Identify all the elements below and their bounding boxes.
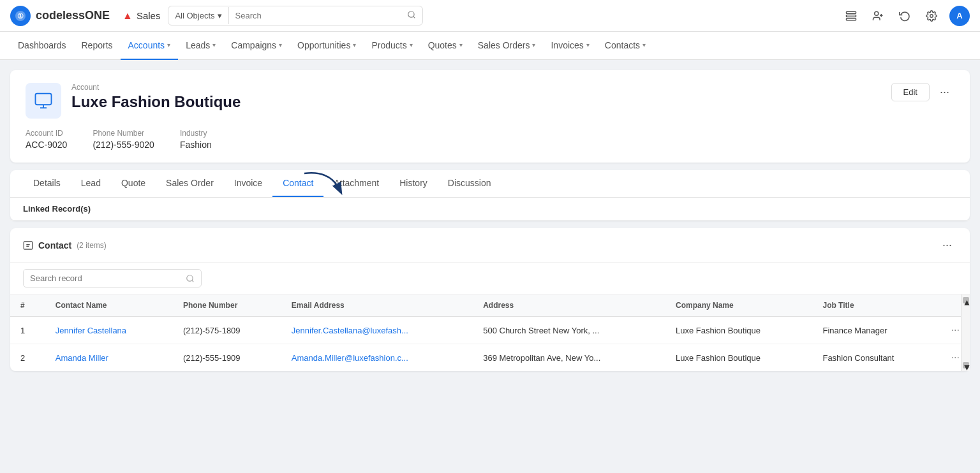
nav-invoices[interactable]: Invoices ▾ xyxy=(543,32,597,60)
table-row: 2 Amanda Miller (212)-555-1909 Amanda.Mi… xyxy=(10,344,970,372)
edit-button[interactable]: Edit xyxy=(891,83,930,101)
nav-invoices-label: Invoices xyxy=(551,40,583,50)
field-phone-value: (212)-555-9020 xyxy=(93,140,154,150)
settings-icon[interactable] xyxy=(923,7,940,25)
tab-sales-order[interactable]: Sales Order xyxy=(156,170,224,197)
nav-leads-label: Leads xyxy=(186,40,210,50)
nav-accounts[interactable]: Accounts ▾ xyxy=(121,32,179,60)
table-row: 1 Jennifer Castellana (212)-575-1809 Jen… xyxy=(10,317,970,344)
tab-attachment[interactable]: Attachment xyxy=(323,170,389,197)
row1-more-icon[interactable]: ··· xyxy=(951,324,960,335)
search-icon xyxy=(401,6,422,25)
svg-line-18 xyxy=(192,280,194,282)
nav-contacts[interactable]: Contacts ▾ xyxy=(597,32,653,60)
logo: ① codelessONE xyxy=(10,6,110,26)
account-header: Account Luxe Fashion Boutique xyxy=(26,83,954,119)
search-input[interactable] xyxy=(229,7,401,24)
field-account-id-label: Account ID xyxy=(26,129,67,138)
field-account-id: Account ID ACC-9020 xyxy=(26,129,67,150)
tab-details[interactable]: Details xyxy=(23,170,71,197)
row1-address: 500 Church Street New York, ... xyxy=(473,317,665,344)
nav-products[interactable]: Products ▾ xyxy=(364,32,420,60)
svg-point-7 xyxy=(875,11,879,15)
search-record-icon xyxy=(186,274,195,283)
nav-quotes-label: Quotes xyxy=(428,40,457,50)
app-title: Sales xyxy=(137,10,161,21)
row2-job-title: Fashion Consultant xyxy=(812,344,940,372)
field-industry-value: Fashion xyxy=(180,140,212,150)
nav-quotes-caret: ▾ xyxy=(459,41,463,48)
svg-rect-14 xyxy=(24,242,32,249)
layers-icon[interactable] xyxy=(842,7,860,25)
nav-contacts-label: Contacts xyxy=(605,40,640,50)
row2-name-link[interactable]: Amanda Miller xyxy=(56,353,108,363)
svg-rect-5 xyxy=(847,15,856,17)
search-record-wrap xyxy=(10,263,970,295)
account-info: Account Luxe Fashion Boutique xyxy=(71,83,241,111)
row1-name-link[interactable]: Jennifer Castellana xyxy=(56,326,126,335)
col-contact-name: Contact Name xyxy=(45,295,173,317)
nav-campaigns-caret: ▾ xyxy=(279,41,282,48)
nav-sales-orders-caret: ▾ xyxy=(532,41,535,48)
all-objects-dropdown[interactable]: All Objects ▾ xyxy=(168,7,228,24)
scroll-down[interactable]: ▼ xyxy=(963,362,969,368)
nav-reports[interactable]: Reports xyxy=(74,32,121,60)
tab-history[interactable]: History xyxy=(389,170,438,197)
contact-icon xyxy=(23,240,33,251)
row1-company: Luxe Fashion Boutique xyxy=(665,317,812,344)
nav-quotes[interactable]: Quotes ▾ xyxy=(420,32,470,60)
linked-records-label: Linked Record(s) xyxy=(10,198,970,221)
contact-more-button[interactable]: ··· xyxy=(937,236,957,254)
svg-point-10 xyxy=(930,14,933,17)
logo-text: codelessONE xyxy=(36,9,110,22)
scrollbar[interactable]: ▲ ▼ xyxy=(961,295,970,371)
search-record-field[interactable] xyxy=(23,269,202,287)
row2-more-icon[interactable]: ··· xyxy=(951,352,960,363)
nav-leads[interactable]: Leads ▾ xyxy=(178,32,223,60)
table-body: 1 Jennifer Castellana (212)-575-1809 Jen… xyxy=(10,317,970,372)
account-breadcrumb: Account xyxy=(71,83,241,92)
field-industry-label: Industry xyxy=(180,129,212,138)
search-bar[interactable]: All Objects ▾ xyxy=(168,6,423,25)
row1-num: 1 xyxy=(10,317,45,344)
field-industry: Industry Fashion xyxy=(180,129,212,150)
nav-opportunities[interactable]: Opportunities ▾ xyxy=(290,32,364,60)
table-header-row: # Contact Name Phone Number Email Addres… xyxy=(10,295,970,317)
top-bar-actions: A xyxy=(842,6,970,26)
search-record-input[interactable] xyxy=(30,273,181,283)
account-actions: Edit ··· xyxy=(891,83,954,101)
contact-table: # Contact Name Phone Number Email Addres… xyxy=(10,295,970,371)
field-account-id-value: ACC-9020 xyxy=(26,140,67,150)
row2-email-link[interactable]: Amanda.Miller@luxefashion.c... xyxy=(292,353,408,363)
history-icon[interactable] xyxy=(896,7,914,25)
nav-opportunities-caret: ▾ xyxy=(353,41,356,48)
scroll-up[interactable]: ▲ xyxy=(963,297,969,303)
user-avatar[interactable]: A xyxy=(949,6,970,26)
tab-invoice[interactable]: Invoice xyxy=(224,170,272,197)
app-name: ▲ Sales xyxy=(122,10,160,22)
row2-name: Amanda Miller xyxy=(45,344,173,372)
person-add-icon[interactable] xyxy=(869,7,887,25)
account-card: Account Luxe Fashion Boutique Edit ··· A… xyxy=(10,70,970,163)
more-options-button[interactable]: ··· xyxy=(935,83,954,101)
nav-accounts-label: Accounts xyxy=(128,40,165,50)
nav-dashboards-label: Dashboards xyxy=(18,40,66,50)
svg-rect-4 xyxy=(847,11,856,13)
nav-dashboards[interactable]: Dashboards xyxy=(10,32,74,60)
tab-discussion[interactable]: Discussion xyxy=(438,170,501,197)
svg-point-17 xyxy=(187,275,193,280)
svg-point-2 xyxy=(408,11,414,17)
tab-lead[interactable]: Lead xyxy=(71,170,111,197)
row2-phone: (212)-555-1909 xyxy=(173,344,281,372)
tab-contact[interactable]: Contact xyxy=(272,170,323,197)
nav-campaigns[interactable]: Campaigns ▾ xyxy=(223,32,290,60)
account-fields: Account ID ACC-9020 Phone Number (212)-5… xyxy=(26,129,954,150)
nav-campaigns-label: Campaigns xyxy=(231,40,276,50)
nav-sales-orders[interactable]: Sales Orders ▾ xyxy=(470,32,544,60)
contact-title: Contact (2 items) xyxy=(23,240,107,251)
svg-rect-11 xyxy=(36,94,52,105)
tab-quote[interactable]: Quote xyxy=(111,170,156,197)
col-phone: Phone Number xyxy=(173,295,281,317)
row1-email-link[interactable]: Jennifer.Castellana@luxefash... xyxy=(292,326,408,335)
svg-text:①: ① xyxy=(17,12,24,20)
